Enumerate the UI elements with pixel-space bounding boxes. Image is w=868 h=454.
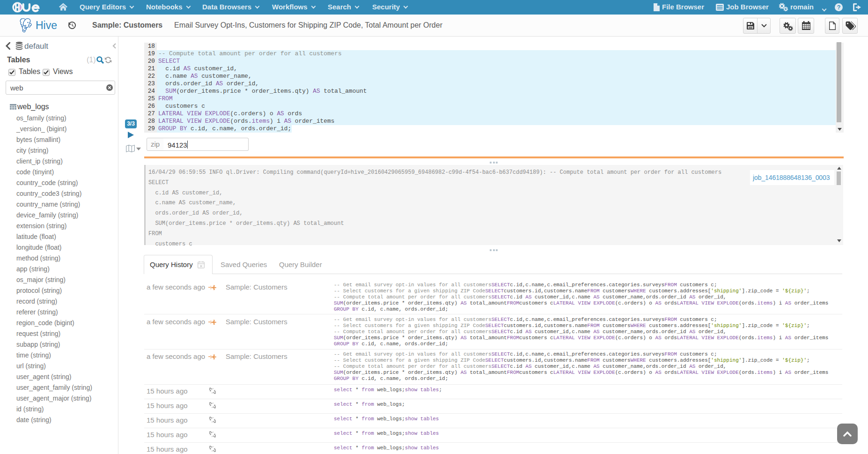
- svg-text:?: ?: [837, 4, 841, 11]
